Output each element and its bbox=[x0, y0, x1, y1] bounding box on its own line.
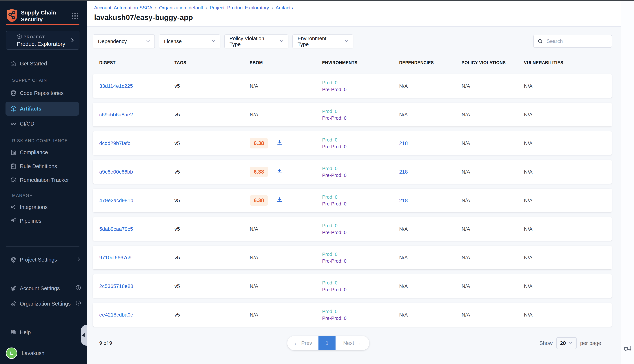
dependencies-value[interactable]: N/A bbox=[399, 83, 462, 89]
user-menu[interactable]: L Lavakush bbox=[0, 347, 87, 359]
sidebar-item-remediation-tracker[interactable]: Remediation Tracker bbox=[0, 174, 87, 186]
download-sbom-icon[interactable] bbox=[276, 140, 283, 147]
layers-gear-icon bbox=[10, 285, 17, 292]
sidebar-item-help[interactable]: ? Help bbox=[0, 326, 87, 338]
sidebar-item-rule-definitions[interactable]: Rule Definitions bbox=[0, 160, 87, 172]
info-icon[interactable] bbox=[75, 285, 81, 292]
digest-link[interactable]: 9710cf6667c9 bbox=[99, 255, 174, 261]
env-preprod-count[interactable]: Pre-Prod: 0 bbox=[322, 200, 399, 207]
breadcrumb-account[interactable]: Account: Automation-SSCA bbox=[94, 5, 152, 11]
sidebar-item-organization-settings[interactable]: Organization Settings bbox=[0, 298, 87, 310]
sbom-na: N/A bbox=[250, 312, 258, 318]
dependencies-value[interactable]: N/A bbox=[399, 283, 462, 289]
dependencies-value[interactable]: 218 bbox=[399, 198, 462, 204]
search-icon bbox=[537, 38, 543, 44]
environments-cell: Prod: 0 Pre-Prod: 0 bbox=[322, 222, 399, 236]
digest-link[interactable]: dcdd29b7fafb bbox=[99, 140, 174, 146]
sbom-na: N/A bbox=[250, 226, 258, 232]
digest-link[interactable]: c69c5b6a8ae2 bbox=[99, 112, 174, 118]
vulnerabilities-value: N/A bbox=[524, 255, 612, 261]
dependencies-value[interactable]: 218 bbox=[399, 140, 462, 146]
download-sbom-icon[interactable] bbox=[276, 168, 283, 176]
current-page-button[interactable]: 1 bbox=[319, 336, 336, 350]
table-row[interactable]: 2c5365718e88 v5 N/A Prod: 0 Pre-Prod: 0 bbox=[93, 274, 612, 298]
env-prod-count[interactable]: Prod: 0 bbox=[322, 194, 399, 200]
table-row[interactable]: c69c5b6a8ae2 v5 N/A Prod: 0 Pre-Prod: 0 bbox=[93, 103, 612, 126]
sidebar-item-cicd[interactable]: CI/CD bbox=[0, 118, 87, 130]
next-page-button[interactable]: Next → bbox=[336, 336, 369, 350]
policy-violation-type-filter[interactable]: Policy Violation Type bbox=[224, 34, 288, 48]
divider bbox=[6, 275, 79, 275]
filter-bar: Dependency License Policy Violation Type… bbox=[93, 34, 353, 48]
dependencies-value[interactable]: N/A bbox=[399, 255, 462, 261]
sidebar-item-integrations[interactable]: Integrations bbox=[0, 201, 87, 213]
sidebar-item-code-repositories[interactable]: Code Repositories bbox=[0, 87, 87, 99]
license-filter[interactable]: License bbox=[159, 34, 220, 48]
env-preprod-count[interactable]: Pre-Prod: 0 bbox=[322, 229, 399, 236]
window-top-edge bbox=[0, 0, 634, 1]
sidebar-item-pipelines[interactable]: Pipelines bbox=[0, 215, 87, 227]
info-icon[interactable] bbox=[75, 300, 81, 307]
sidebar-item-project-settings[interactable]: Project Settings bbox=[0, 254, 87, 266]
per-page-select[interactable]: 20 bbox=[556, 337, 577, 349]
env-prod-count[interactable]: Prod: 0 bbox=[322, 165, 399, 172]
table-row[interactable]: ee4218cdba0c v5 N/A Prod: 0 Pre-Prod: 0 bbox=[93, 303, 612, 326]
env-preprod-count[interactable]: Pre-Prod: 0 bbox=[322, 143, 399, 150]
table-row[interactable]: 5dab9caa79c5 v5 N/A Prod: 0 Pre-Prod: 0 bbox=[93, 217, 612, 241]
search-input[interactable] bbox=[546, 38, 608, 44]
sidebar-item-compliance[interactable]: Compliance bbox=[0, 146, 87, 158]
digest-link[interactable]: ee4218cdba0c bbox=[99, 312, 174, 318]
table-row[interactable]: 9710cf6667c9 v5 N/A Prod: 0 Pre-Prod: 0 bbox=[93, 246, 612, 270]
dependencies-value[interactable]: 218 bbox=[399, 169, 462, 175]
chevron-down-icon bbox=[344, 38, 349, 44]
digest-link[interactable]: 2c5365718e88 bbox=[99, 283, 174, 289]
breadcrumb-organization[interactable]: Organization: default bbox=[159, 5, 203, 11]
table-row[interactable]: a9c6e00c66bb v5 6.38 N/A Prod: 0 Pre-Pro… bbox=[93, 160, 612, 184]
app-grid-icon[interactable] bbox=[71, 12, 79, 21]
env-preprod-count[interactable]: Pre-Prod: 0 bbox=[322, 115, 399, 122]
sidebar-item-artifacts[interactable]: Artifacts bbox=[0, 103, 87, 114]
env-prod-count[interactable]: Prod: 0 bbox=[322, 280, 399, 286]
sbom-cell: N/A bbox=[250, 226, 322, 232]
project-selector[interactable]: PROJECT Product Exploratory bbox=[6, 30, 79, 50]
env-prod-count[interactable]: Prod: 0 bbox=[322, 308, 399, 315]
env-prod-count[interactable]: Prod: 0 bbox=[322, 79, 399, 86]
env-preprod-count[interactable]: Pre-Prod: 0 bbox=[322, 286, 399, 293]
prev-page-button[interactable]: ← Prev bbox=[287, 336, 319, 350]
env-preprod-count[interactable]: Pre-Prod: 0 bbox=[322, 315, 399, 322]
breadcrumb-project[interactable]: Project: Product Exploratory bbox=[210, 5, 269, 11]
chat-support-icon[interactable] bbox=[623, 344, 632, 354]
dependencies-value[interactable]: N/A bbox=[399, 226, 462, 232]
breadcrumb-artifacts[interactable]: Artifacts bbox=[276, 5, 293, 11]
dependencies-value[interactable]: N/A bbox=[399, 112, 462, 118]
table-row[interactable]: 479e2acd981b v5 6.38 N/A Prod: 0 Pre-Pro… bbox=[93, 188, 612, 212]
page-title: lavakush07/easy-buggy-app bbox=[94, 14, 193, 22]
download-sbom-icon[interactable] bbox=[276, 197, 283, 204]
sidebar-item-account-settings[interactable]: Account Settings bbox=[0, 282, 87, 294]
table-row[interactable]: 33d114e1c225 v5 N/A Prod: 0 Pre-Prod: 0 bbox=[93, 74, 612, 98]
sidebar-collapse-handle[interactable] bbox=[81, 325, 87, 346]
tag-value: v5 bbox=[174, 83, 250, 89]
env-prod-count[interactable]: Prod: 0 bbox=[322, 136, 399, 143]
env-prod-count[interactable]: Prod: 0 bbox=[322, 108, 399, 115]
table-row[interactable]: dcdd29b7fafb v5 6.38 N/A Prod: 0 Pre-Pro… bbox=[93, 132, 612, 155]
digest-link[interactable]: 5dab9caa79c5 bbox=[99, 226, 174, 232]
gear-icon bbox=[10, 256, 17, 263]
digest-link[interactable]: a9c6e00c66bb bbox=[99, 169, 174, 175]
digest-link[interactable]: 479e2acd981b bbox=[99, 198, 174, 204]
env-prod-count[interactable]: Prod: 0 bbox=[322, 251, 399, 258]
tag-value: v5 bbox=[174, 169, 250, 175]
env-preprod-count[interactable]: Pre-Prod: 0 bbox=[322, 172, 399, 179]
dependency-filter[interactable]: Dependency bbox=[93, 34, 155, 48]
environment-type-filter[interactable]: Environment Type bbox=[292, 34, 353, 48]
chevron-right-icon bbox=[76, 256, 81, 263]
env-preprod-count[interactable]: Pre-Prod: 0 bbox=[322, 258, 399, 264]
env-prod-count[interactable]: Prod: 0 bbox=[322, 222, 399, 229]
env-preprod-count[interactable]: Pre-Prod: 0 bbox=[322, 86, 399, 93]
column-header-dependencies: DEPENDENCIES bbox=[399, 60, 462, 65]
row-count-summary: 9 of 9 bbox=[99, 336, 112, 350]
digest-link[interactable]: 33d114e1c225 bbox=[99, 83, 174, 89]
dependencies-value[interactable]: N/A bbox=[399, 312, 462, 318]
sidebar-item-get-started[interactable]: Get Started bbox=[0, 58, 87, 70]
sbom-na: N/A bbox=[250, 255, 258, 261]
